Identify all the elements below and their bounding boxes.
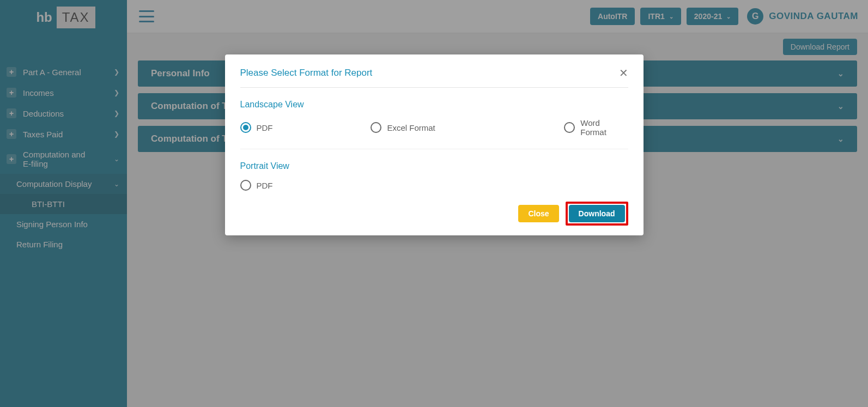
radio-option-excel[interactable]: Excel Format: [371, 118, 564, 137]
radio-label: Excel Format: [387, 123, 435, 132]
radio-option-pdf[interactable]: PDF: [240, 118, 371, 137]
download-button[interactable]: Download: [569, 205, 625, 222]
landscape-options: PDF Excel Format Word Format: [240, 118, 628, 149]
radio-label: Word Format: [580, 118, 628, 137]
portrait-options: PDF: [240, 180, 628, 191]
radio-label: PDF: [257, 123, 273, 132]
close-icon[interactable]: ✕: [619, 66, 628, 80]
report-format-modal: Please Select Format for Report ✕ Landsc…: [225, 54, 644, 235]
close-button[interactable]: Close: [518, 205, 559, 222]
radio-icon: [371, 122, 381, 133]
landscape-section-title: Landscape View: [240, 100, 628, 110]
radio-option-word[interactable]: Word Format: [564, 118, 628, 137]
radio-label: PDF: [257, 181, 273, 190]
radio-option-pdf-portrait[interactable]: PDF: [240, 180, 371, 191]
portrait-section-title: Portrait View: [240, 161, 628, 171]
download-button-highlight: Download: [566, 202, 628, 226]
modal-title: Please Select Format for Report: [240, 68, 373, 78]
modal-footer: Close Download: [240, 202, 628, 226]
radio-icon: [564, 122, 575, 133]
modal-header: Please Select Format for Report ✕: [240, 66, 628, 88]
radio-icon: [240, 180, 251, 191]
radio-icon: [240, 122, 251, 133]
